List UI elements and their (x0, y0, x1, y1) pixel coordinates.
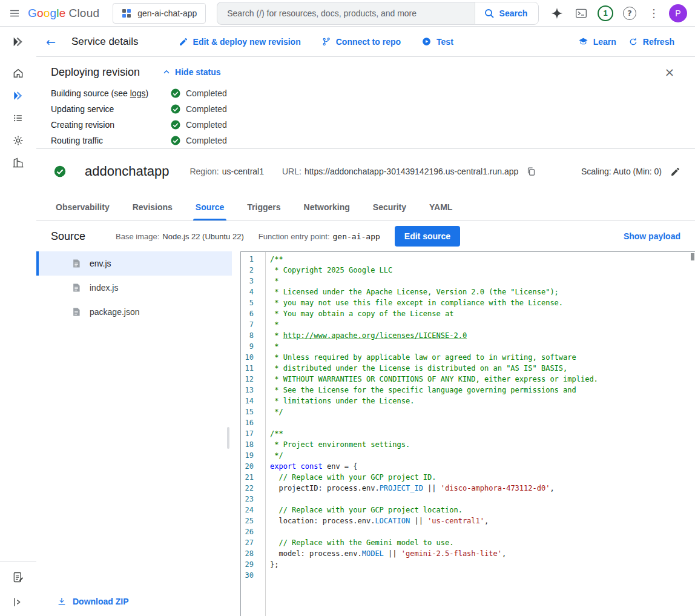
gemini-spark-icon (551, 7, 563, 19)
line-number: 25 (241, 515, 254, 526)
file-icon (71, 307, 81, 317)
learn-icon (578, 36, 588, 47)
editor-scrollbar-thumb[interactable] (691, 253, 694, 260)
check-circle-icon (170, 135, 181, 146)
base-image-value: Node.js 22 (Ubuntu 22) (162, 232, 243, 241)
hide-status-label: Hide status (175, 67, 220, 77)
account-button[interactable]: P (666, 1, 690, 25)
tab-source[interactable]: Source (188, 194, 231, 220)
region-label: Region: (189, 167, 219, 176)
tab-security[interactable]: Security (366, 194, 413, 220)
search-input[interactable] (217, 2, 474, 25)
expand-nav-button[interactable] (6, 591, 30, 613)
refresh-button[interactable]: Refresh (622, 32, 680, 51)
nav-services-list-button[interactable] (6, 107, 30, 129)
deploy-panel-title: Deploying revision (51, 66, 140, 79)
code-editor[interactable]: 1234567891011121314151617181920212223242… (240, 251, 695, 616)
copy-url-button[interactable] (526, 167, 536, 177)
code-line: * See the License for the specific langu… (270, 385, 695, 396)
project-grid-icon (122, 8, 131, 18)
tab-networking[interactable]: Networking (297, 194, 357, 220)
nav-cloud-run-button[interactable] (6, 85, 30, 107)
main-menu-button[interactable] (2, 1, 27, 25)
back-button[interactable]: ← (39, 30, 63, 54)
status-row: Building source (see logs) Completed (51, 85, 680, 101)
connect-repo-button[interactable]: Connect to repo (315, 32, 407, 51)
line-number: 15 (241, 406, 254, 417)
download-zip-button[interactable]: Download ZIP (36, 587, 232, 616)
search-button-label: Search (499, 8, 528, 18)
line-number: 9 (241, 341, 254, 352)
trial-credits-button[interactable]: 1 (593, 1, 618, 25)
edit-scaling-button[interactable] (670, 167, 680, 177)
test-label: Test (436, 37, 453, 47)
show-payload-link[interactable]: Show payload (624, 231, 680, 241)
gear-icon (12, 134, 24, 147)
chevron-up-icon (162, 67, 171, 77)
status-label-text: Creating revision (51, 120, 114, 130)
code-line: * You may obtain a copy of the License a… (270, 308, 695, 319)
edit-source-button[interactable]: Edit source (395, 226, 460, 247)
project-name: gen-ai-chat-app (137, 8, 197, 18)
file-row-env-js[interactable]: env.js (36, 251, 232, 276)
close-panel-button[interactable]: × (659, 61, 680, 83)
pencil-icon (670, 167, 680, 177)
cloud-shell-button[interactable] (569, 1, 593, 25)
edit-deploy-button[interactable]: Edit & deploy new revision (173, 32, 307, 51)
line-number: 21 (241, 472, 254, 483)
status-label-text: Updating service (51, 104, 114, 114)
code-line: * limitations under the License. (270, 396, 695, 406)
tab-triggers[interactable]: Triggers (240, 194, 288, 220)
edit-pencil-icon (179, 37, 188, 47)
status-row: Updating service Completed (51, 101, 680, 117)
logs-link[interactable]: logs (130, 88, 146, 98)
google-cloud-logo[interactable]: Google Cloud (28, 7, 99, 20)
code-line (270, 494, 695, 505)
service-url: URL: https://addonchatapp-301439142196.u… (282, 167, 536, 177)
gemini-button[interactable] (545, 1, 569, 25)
code-line: * (270, 276, 695, 286)
search-button[interactable]: Search (475, 2, 539, 25)
project-picker[interactable]: gen-ai-chat-app (113, 3, 206, 24)
status-value: Completed (170, 104, 227, 114)
status-row: Routing traffic Completed (51, 133, 680, 148)
entry-point-label: Function entry point: (259, 232, 330, 241)
cloud-run-logo-icon (12, 35, 25, 48)
code-line: */ (270, 450, 695, 461)
nav-integrations-button[interactable] (6, 130, 30, 151)
nav-home-button[interactable] (6, 62, 30, 84)
deploy-status-list: Building source (see logs) Completed Upd… (51, 85, 680, 148)
more-vert-icon: ⋮ (648, 8, 659, 19)
line-number: 18 (241, 439, 254, 450)
status-text: Completed (186, 120, 227, 130)
nav-domains-button[interactable] (6, 152, 30, 174)
release-notes-button[interactable] (6, 566, 30, 588)
editor-code-lines[interactable]: /** * Copyright 2025 Google LLC * * Lice… (266, 252, 695, 616)
line-number: 2 (241, 265, 254, 276)
line-number: 12 (241, 374, 254, 385)
learn-label: Learn (593, 37, 616, 47)
learn-button[interactable]: Learn (572, 31, 622, 51)
logo-letter: g (50, 7, 57, 19)
list-icon (12, 112, 24, 124)
service-toolbar: ← Service details Edit & deploy new revi… (36, 27, 695, 57)
tab-yaml[interactable]: YAML (422, 194, 459, 220)
more-button[interactable]: ⋮ (642, 1, 666, 25)
terminal-icon (575, 7, 587, 19)
page-title: Service details (71, 36, 139, 48)
code-line: * Copyright 2025 Google LLC (270, 265, 695, 276)
file-icon (71, 259, 81, 268)
check-circle-icon (170, 104, 181, 114)
help-button[interactable]: ? (618, 1, 642, 25)
file-row-package-json[interactable]: package.json (36, 300, 232, 324)
file-row-index-js[interactable]: index.js (36, 276, 232, 300)
check-circle-icon (170, 119, 181, 130)
tab-observability[interactable]: Observability (48, 194, 117, 220)
hide-status-button[interactable]: Hide status (162, 67, 220, 77)
status-text: Completed (186, 136, 227, 145)
source-heading: Source (51, 230, 85, 243)
tab-revisions[interactable]: Revisions (125, 194, 180, 220)
file-panel-scrollbar-thumb[interactable] (227, 427, 229, 449)
test-button[interactable]: Test (415, 31, 459, 51)
status-row: Creating revision Completed (51, 117, 680, 133)
